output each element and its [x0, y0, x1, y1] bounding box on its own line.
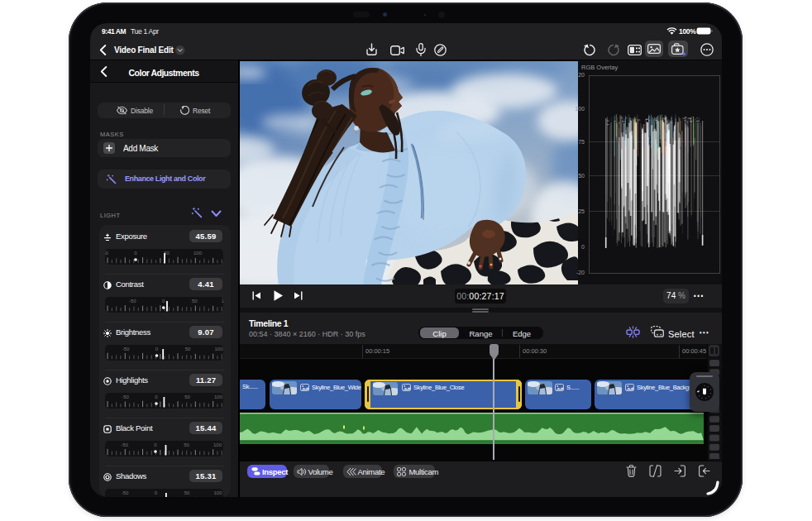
- svg-text:50: 50: [184, 442, 189, 447]
- svg-text:-50: -50: [128, 299, 136, 304]
- svg-text:50: 50: [184, 394, 190, 399]
- svg-text:0: 0: [154, 490, 157, 495]
- svg-text:50: 50: [184, 347, 190, 351]
- svg-text:0: 0: [155, 347, 158, 351]
- svg-text:100: 100: [193, 251, 202, 256]
- svg-text:50: 50: [184, 490, 189, 495]
- svg-text:0: 0: [155, 394, 158, 399]
- svg-text:100: 100: [213, 490, 222, 495]
- svg-text:-50: -50: [105, 251, 108, 256]
- svg-text:0: 0: [134, 251, 137, 256]
- svg-text:100: 100: [214, 347, 223, 351]
- svg-text:0: 0: [154, 442, 157, 447]
- svg-text:50: 50: [191, 299, 197, 304]
- svg-text:-50: -50: [121, 490, 128, 495]
- svg-text:100: 100: [213, 442, 222, 447]
- svg-text:-50: -50: [121, 442, 128, 447]
- svg-text:100: 100: [221, 299, 222, 304]
- svg-text:0: 0: [162, 299, 165, 304]
- svg-text:-50: -50: [122, 394, 129, 399]
- svg-text:-50: -50: [122, 347, 129, 351]
- svg-text:100: 100: [213, 394, 222, 399]
